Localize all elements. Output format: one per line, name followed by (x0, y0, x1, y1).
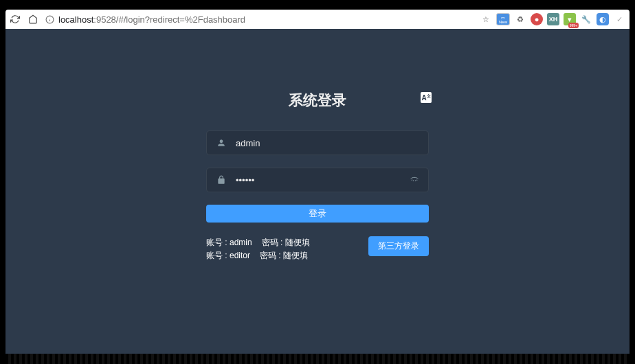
bookmark-star-icon[interactable]: ☆ (480, 13, 492, 25)
extension-red-icon[interactable]: ● (531, 13, 543, 25)
username-input[interactable] (236, 138, 420, 148)
extension-recycle-icon[interactable]: ♻ (514, 13, 526, 25)
tip-editor-pass: 密码 : 随便填 (260, 249, 308, 262)
third-party-login-button[interactable]: 第三方登录 (368, 236, 429, 256)
login-button[interactable]: 登录 (206, 205, 429, 223)
svg-line-3 (412, 179, 412, 180)
address-bar[interactable]: localhost:9528/#/login?redirect=%2Fdashb… (45, 14, 473, 25)
login-form: 系统登录 A文 登录 (206, 29, 429, 262)
extension-green-icon[interactable]: ▾ (564, 13, 576, 25)
extension-teal-icon[interactable]: XH (547, 13, 559, 25)
toggle-password-visibility-icon[interactable] (409, 174, 420, 187)
login-tips: 账号 : admin 密码 : 随便填 账号 : editor 密码 : 随便填 (206, 236, 310, 262)
login-title: 系统登录 (206, 91, 429, 110)
page-viewport: 系统登录 A文 登录 (5, 29, 630, 354)
extension-icons: ☆ ▭New ♻ ● XH ▾ 🔧 ◐ ✓ (480, 13, 625, 25)
username-field-wrap (206, 130, 429, 155)
lock-icon (215, 175, 227, 185)
svg-line-6 (416, 179, 417, 180)
tip-admin-pass: 密码 : 随便填 (262, 236, 310, 249)
bottom-border-strip (5, 354, 630, 364)
url-host: localhost (58, 14, 93, 25)
language-icon: A文 (421, 93, 430, 102)
password-input[interactable] (236, 175, 409, 185)
extension-check-icon[interactable]: ✓ (613, 13, 625, 25)
extension-blue-icon[interactable]: ◐ (597, 13, 609, 25)
info-icon (45, 15, 54, 24)
password-field-wrap (206, 168, 429, 192)
tip-editor-user: 账号 : editor (206, 249, 250, 262)
extension-tool-icon[interactable]: 🔧 (580, 13, 592, 25)
language-switch-button[interactable]: A文 (421, 92, 432, 103)
extension-new-icon[interactable]: ▭New (496, 13, 510, 25)
user-icon (215, 138, 227, 148)
home-button[interactable] (27, 14, 38, 25)
browser-toolbar: localhost:9528/#/login?redirect=%2Fdashb… (5, 10, 630, 29)
tip-admin-user: 账号 : admin (206, 236, 252, 249)
url-path: :9528/#/login?redirect=%2Fdashboard (93, 14, 245, 25)
reload-button[interactable] (10, 14, 21, 25)
